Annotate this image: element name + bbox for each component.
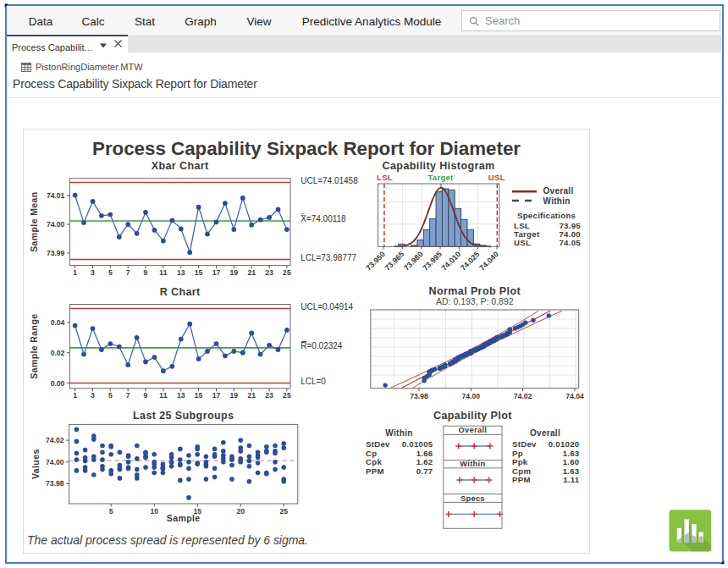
svg-text:74.010: 74.010 [440,250,463,273]
svg-text:UCL=74.01458: UCL=74.01458 [301,176,358,185]
svg-text:1: 1 [73,391,77,400]
svg-text:Ppk: Ppk [512,457,528,466]
svg-text:74.00: 74.00 [462,392,481,400]
svg-text:25: 25 [283,268,291,277]
svg-text:13: 13 [177,268,185,277]
svg-text:0.01005: 0.01005 [402,439,433,449]
svg-text:Specs: Specs [461,494,485,503]
svg-text:StDev: StDev [366,439,390,449]
svg-text:74.025: 74.025 [459,250,482,273]
svg-text:0.77: 0.77 [416,466,433,476]
svg-text:1.62: 1.62 [416,457,433,466]
svg-text:PPM: PPM [366,466,384,476]
svg-text:17: 17 [212,391,221,400]
svg-text:R=0.02324: R=0.02324 [301,341,343,350]
svg-text:73.980: 73.980 [402,250,425,273]
svg-text:73.950: 73.950 [364,250,387,273]
svg-text:Last 25 Subgroups: Last 25 Subgroups [133,410,234,422]
svg-text:0.04: 0.04 [51,318,65,327]
svg-text:74.040: 74.040 [477,250,500,273]
svg-text:19: 19 [230,268,239,277]
svg-text:11: 11 [159,391,167,400]
svg-text:0.02: 0.02 [51,349,65,357]
svg-text:Normal Prob Plot: Normal Prob Plot [429,285,521,297]
svg-text:Cp: Cp [366,449,377,458]
svg-text:Overall: Overall [459,426,488,434]
svg-text:73.98: 73.98 [410,392,428,400]
svg-text:5: 5 [109,507,113,516]
svg-text:21: 21 [247,391,256,400]
svg-text:74.02: 74.02 [46,436,64,444]
svg-text:73.965: 73.965 [383,250,406,273]
svg-text:25: 25 [283,391,291,400]
svg-text:Values: Values [30,449,41,479]
svg-text:=: = [301,211,306,218]
svg-text:3: 3 [91,391,95,400]
svg-text:Cpk: Cpk [366,457,382,466]
svg-text:0.01020: 0.01020 [549,439,580,449]
svg-text:Overall: Overall [543,186,574,196]
svg-text:5: 5 [108,268,113,277]
svg-text:1.11: 1.11 [563,475,580,484]
svg-text:25: 25 [279,507,288,516]
svg-text:Sample: Sample [167,513,201,523]
svg-text:LSL: LSL [377,173,393,182]
svg-text:LCL=0: LCL=0 [301,377,326,386]
svg-text:1.60: 1.60 [563,457,580,466]
svg-text:1: 1 [73,268,77,277]
svg-text:9: 9 [144,391,148,400]
svg-text:73.99: 73.99 [47,249,65,257]
svg-text:74.00: 74.00 [47,220,65,229]
svg-text:15: 15 [195,268,203,277]
svg-text:Overall: Overall [530,428,560,438]
svg-text:10: 10 [150,507,158,516]
svg-text:X=74.00118: X=74.00118 [301,214,346,223]
svg-text:9: 9 [144,268,148,277]
svg-text:LCL=73.98777: LCL=73.98777 [301,253,356,262]
svg-text:Within: Within [460,460,485,468]
svg-text:Cpm: Cpm [512,466,531,476]
svg-text:74.02: 74.02 [514,392,532,400]
svg-text:7: 7 [126,391,130,400]
svg-text:Sample Mean: Sample Mean [29,191,39,252]
svg-text:Capability Histogram: Capability Histogram [383,160,495,172]
svg-text:5: 5 [108,391,113,400]
svg-text:19: 19 [230,391,239,400]
svg-text:1.63: 1.63 [563,466,580,476]
svg-text:PPM: PPM [512,475,531,484]
svg-text:15: 15 [195,391,203,400]
svg-text:Xbar Chart: Xbar Chart [152,160,209,172]
svg-text:Within: Within [385,428,412,438]
svg-text:Process Capability Sixpack Rep: Process Capability Sixpack Report for Di… [92,138,521,159]
svg-text:Pp: Pp [512,449,523,458]
svg-text:1.66: 1.66 [416,449,433,458]
svg-text:23: 23 [265,391,273,400]
svg-text:StDev: StDev [512,439,537,449]
svg-text:UCL=0.04914: UCL=0.04914 [301,302,353,312]
svg-text:1.63: 1.63 [563,449,580,458]
svg-text:7: 7 [126,268,130,277]
svg-text:74.04: 74.04 [565,392,584,400]
svg-text:Within: Within [543,196,571,206]
svg-text:0.00: 0.00 [51,379,65,388]
svg-text:73.995: 73.995 [421,250,444,273]
svg-text:The actual process spread is r: The actual process spread is represented… [27,533,308,547]
svg-text:74.01: 74.01 [47,191,65,200]
svg-text:AD: 0.193, P: 0.892: AD: 0.193, P: 0.892 [436,296,514,306]
svg-text:Capability Plot: Capability Plot [433,410,512,422]
svg-text:11: 11 [159,268,167,277]
svg-text:13: 13 [177,391,185,400]
svg-text:74.00: 74.00 [46,458,64,466]
svg-text:3: 3 [91,268,95,277]
svg-text:Specifications: Specifications [517,211,576,220]
svg-text:21: 21 [247,268,256,277]
svg-text:17: 17 [212,268,221,277]
svg-text:R Chart: R Chart [160,286,201,298]
svg-text:Target: Target [427,173,454,182]
svg-text:Sample Range: Sample Range [29,314,39,379]
svg-text:23: 23 [265,268,273,277]
svg-text:USL: USL [488,173,505,182]
svg-text:USL: USL [514,238,531,247]
svg-text:74.05: 74.05 [559,238,581,247]
svg-text:20: 20 [236,507,245,516]
